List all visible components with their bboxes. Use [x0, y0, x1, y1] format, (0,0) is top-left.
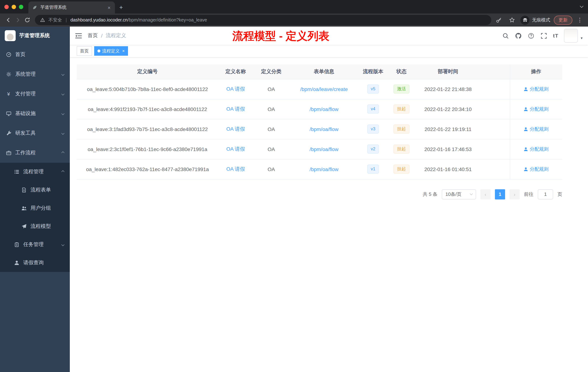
column-header: 操作: [510, 65, 562, 79]
sidebar-collapse-icon[interactable]: [75, 33, 82, 38]
sidebar-item-label: 首页: [15, 51, 25, 58]
goto-label: 前往: [524, 191, 534, 197]
version-badge: v4: [367, 104, 379, 114]
definition-id: oa_leave:4:991f2193-7b7f-11ec-a3c8-acde4…: [77, 99, 218, 119]
definition-name-link[interactable]: OA 请假: [226, 106, 245, 111]
navbar-actions: tT ▾: [502, 29, 583, 43]
definition-category: OA: [253, 119, 289, 139]
form-link[interactable]: /bpm/oa/flow: [310, 146, 338, 152]
sidebar-item-label: 流程表单: [31, 187, 51, 193]
sidebar-item-user-group[interactable]: 用户分组: [0, 199, 70, 217]
sidebar-logo[interactable]: 芋道管理系统: [0, 27, 70, 45]
browser-menu-icon[interactable]: ⋮: [576, 17, 584, 23]
sidebar-item-leave-query[interactable]: 请假查询: [0, 254, 70, 272]
incognito-label: 无痕模式: [532, 17, 550, 23]
help-icon[interactable]: [528, 32, 535, 39]
definition-category: OA: [253, 99, 289, 119]
deploy-time: 2022-01-22 21:48:38: [415, 79, 481, 99]
sidebar-item-process-form[interactable]: 流程表单: [0, 181, 70, 199]
avatar-caret-icon[interactable]: ▾: [581, 36, 583, 40]
sidebar-item-label: 用户分组: [31, 205, 51, 211]
chevron-down-icon: [470, 192, 473, 195]
close-tag-icon[interactable]: ×: [122, 49, 125, 53]
breadcrumb-current: 流程定义: [106, 33, 126, 39]
form-link[interactable]: /bpm/oa/flow: [310, 166, 338, 172]
sidebar-item-process-manage[interactable]: 流程管理: [0, 163, 70, 181]
tag-item[interactable]: 首页: [77, 46, 92, 56]
assign-rule-button[interactable]: 分配规则: [524, 146, 549, 152]
search-icon[interactable]: [502, 32, 509, 39]
sidebar-item-infrastructure[interactable]: 基础设施: [0, 104, 70, 123]
fullscreen-icon[interactable]: [540, 32, 548, 39]
assign-rule-button[interactable]: 分配规则: [524, 86, 549, 92]
maximize-window-button[interactable]: [19, 5, 23, 9]
page-title-annotation: 流程模型 - 定义列表: [232, 29, 329, 44]
sidebar-item-dev-tools[interactable]: 研发工具: [0, 123, 70, 143]
user-avatar[interactable]: [564, 29, 578, 43]
tag-active[interactable]: 流程定义×: [94, 46, 128, 56]
definition-name-link[interactable]: OA 请假: [226, 146, 245, 152]
next-page-button[interactable]: ›: [509, 189, 520, 199]
reload-button[interactable]: [22, 15, 32, 25]
version-badge: v1: [367, 164, 379, 174]
definition-name-link[interactable]: OA 请假: [226, 166, 245, 172]
form-link[interactable]: /bpm/oa/leave/create: [300, 86, 348, 92]
page-url: dashboard.yudao.iocoder.cn/bpm/manager/d…: [71, 17, 207, 22]
prev-page-button[interactable]: ‹: [480, 189, 491, 199]
assign-rule-button[interactable]: 分配规则: [524, 166, 549, 172]
incognito-icon: [520, 15, 529, 25]
definition-name-link[interactable]: OA 请假: [226, 126, 245, 131]
security-warning-icon[interactable]: [39, 17, 46, 23]
column-header: 状态: [388, 65, 415, 79]
sidebar: 芋道管理系统 首页系统管理¥支付管理基础设施研发工具工作流程流程管理流程表单用户…: [0, 27, 70, 372]
new-tab-button[interactable]: +: [119, 4, 123, 11]
breadcrumb-home[interactable]: 首页: [88, 33, 98, 39]
current-page-button[interactable]: 1: [495, 189, 505, 199]
password-key-icon[interactable]: [494, 15, 504, 25]
back-button[interactable]: [4, 15, 13, 25]
sidebar-item-system-manage[interactable]: 系统管理: [0, 65, 70, 84]
browser-toolbar: 不安全 | dashboard.yudao.iocoder.cn/bpm/man…: [0, 13, 588, 27]
assign-rule-button[interactable]: 分配规则: [524, 106, 549, 112]
sidebar-item-workflow[interactable]: 工作流程: [0, 143, 70, 163]
browser-tab[interactable]: 芋道管理系统 ×: [28, 1, 115, 13]
definition-name-link[interactable]: OA 请假: [226, 86, 245, 92]
github-icon[interactable]: [515, 32, 522, 39]
font-size-icon[interactable]: tT: [553, 33, 558, 39]
page-jump-input[interactable]: [538, 189, 553, 199]
page-size-select[interactable]: 10条/页: [442, 189, 476, 199]
yen-icon: ¥: [6, 91, 11, 97]
tag-label: 流程定义: [102, 48, 120, 54]
table-row: oa_leave:2:3c1f0ef1-76b1-11ec-9c66-a2380…: [77, 139, 562, 159]
update-button[interactable]: 更新: [554, 15, 572, 25]
status-badge: 挂起: [393, 144, 410, 153]
form-link[interactable]: /bpm/oa/flow: [310, 126, 338, 132]
definition-category: OA: [253, 139, 289, 159]
security-label: 不安全: [48, 17, 62, 23]
version-badge: v2: [367, 144, 379, 153]
deploy-time: 2022-01-22 19:19:11: [415, 119, 481, 139]
address-bar[interactable]: 不安全 | dashboard.yudao.iocoder.cn/bpm/man…: [35, 15, 491, 25]
tab-strip: 芋道管理系统 × +: [0, 0, 588, 13]
close-tab-icon[interactable]: ×: [107, 5, 111, 10]
breadcrumb: 首页 / 流程定义: [88, 33, 126, 39]
close-window-button[interactable]: [4, 5, 9, 9]
tab-search-icon[interactable]: [580, 2, 583, 9]
bookmark-star-icon[interactable]: [507, 15, 517, 25]
sidebar-item-home[interactable]: 首页: [0, 45, 70, 65]
forward-button[interactable]: [13, 15, 22, 25]
status-badge: 激活: [393, 85, 410, 94]
assign-rule-button[interactable]: 分配规则: [524, 126, 549, 132]
sidebar-item-task-manage[interactable]: 任务管理: [0, 236, 70, 254]
form-link[interactable]: /bpm/oa/flow: [310, 106, 338, 112]
chevron-down-icon: [62, 73, 64, 76]
version-badge: v3: [367, 124, 379, 134]
row-spacer: [481, 99, 510, 119]
definition-category: OA: [253, 159, 289, 179]
sidebar-item-label: 任务管理: [23, 241, 44, 248]
definitions-table-wrap: 定义编号定义名称定义分类表单信息流程版本状态部署时间操作 oa_leave:5:…: [77, 65, 562, 179]
sidebar-item-process-model[interactable]: 流程模型: [0, 217, 70, 236]
minimize-window-button[interactable]: [12, 5, 16, 9]
logo-title: 芋道管理系统: [19, 33, 50, 39]
sidebar-item-pay-manage[interactable]: ¥支付管理: [0, 84, 70, 104]
